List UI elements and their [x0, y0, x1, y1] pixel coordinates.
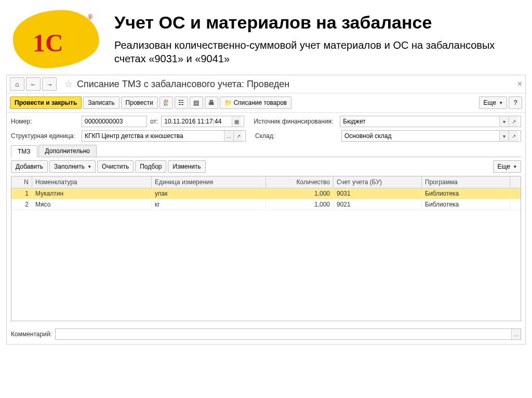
tab-tmz[interactable]: ТМЗ — [11, 145, 37, 157]
struct-label: Структурная единица: — [11, 132, 78, 140]
cell-nom: Мясо — [32, 199, 152, 210]
cell-qty: 1,000 — [266, 188, 334, 199]
main-toolbar: Провести и закрыть Записать Провести ДтК… — [7, 93, 525, 113]
open-icon[interactable]: ↗ — [509, 131, 518, 141]
cell-n: 1 — [11, 188, 32, 199]
date-value: 10.11.2016 11:17:44 — [164, 118, 232, 125]
slide-title: Учет ОС и материалов на забалансе — [114, 13, 516, 32]
pick-button[interactable]: Подбор — [135, 160, 166, 173]
number-label: Номер: — [11, 118, 78, 125]
print-icon[interactable]: 🖶 — [205, 97, 218, 109]
fill-button[interactable]: Заполнить — [49, 160, 96, 173]
logo-1c: 1С ® — [13, 10, 99, 67]
source-field[interactable]: Бюджет ▾ ↗ — [340, 116, 521, 127]
comment-label: Комментарий: — [11, 331, 52, 338]
back-button[interactable]: ← — [26, 77, 41, 91]
home-button[interactable]: ⌂ — [10, 77, 24, 91]
app-window: ⌂ ← → ☆ Списание ТМЗ с забалансового уче… — [6, 75, 526, 345]
cell-acc: 9021 — [334, 199, 422, 210]
add-button[interactable]: Добавить — [11, 160, 48, 173]
number-field[interactable]: 00000000003 — [82, 116, 147, 127]
source-label: Источник финансирования: — [254, 118, 337, 125]
items-grid: N Номенклатура Единица измерения Количес… — [11, 176, 521, 321]
source-value: Бюджет — [343, 118, 499, 125]
favorite-star-icon[interactable]: ☆ — [64, 78, 73, 90]
cell-unit: кг — [152, 199, 266, 210]
from-label: от: — [150, 118, 158, 125]
cell-nom: Мукалтин — [32, 188, 152, 199]
goods-writeoff-button[interactable]: 📁 Списание товаров — [220, 97, 292, 109]
table-row[interactable]: 1 Мукалтин упак 1,000 9031 Библиотека — [11, 188, 521, 199]
slide-subtitle: Реализован количественно-суммовой учет м… — [114, 38, 516, 65]
open-icon[interactable]: ↗ — [509, 116, 518, 127]
warehouse-label: Склад: — [255, 132, 338, 140]
comment-row: Комментарий: ... — [7, 324, 525, 344]
cell-n: 2 — [11, 199, 32, 210]
report-icon[interactable]: ▤ — [190, 97, 203, 109]
open-icon[interactable]: ↗ — [233, 131, 243, 141]
col-account[interactable]: Счет учета (БУ) — [334, 176, 422, 188]
tab-more-button[interactable]: Еще — [493, 160, 521, 173]
more-button[interactable]: Еще — [479, 97, 507, 109]
document-title: Списание ТМЗ с забалансового учета: Пров… — [77, 79, 289, 90]
dropdown-icon[interactable]: ▾ — [499, 116, 509, 127]
col-nomenclature[interactable]: Номенклатура — [32, 176, 152, 188]
date-field[interactable]: 10.11.2016 11:17:44 ▦ — [161, 116, 244, 127]
warehouse-value: Основной склад — [344, 132, 499, 140]
tabs: ТМЗ Дополнительно — [11, 145, 521, 157]
calendar-icon[interactable]: ▦ — [232, 116, 241, 127]
cell-prog: Библиотека — [422, 199, 510, 210]
struct-value: КГКП Центр детства и юношества — [85, 132, 224, 140]
struct-field[interactable]: КГКП Центр детства и юношества ... ↗ — [82, 130, 246, 142]
cell-qty: 1,000 — [266, 199, 334, 210]
cell-acc: 9031 — [334, 188, 422, 199]
grid-header: N Номенклатура Единица измерения Количес… — [11, 176, 521, 188]
number-value: 00000000003 — [85, 118, 144, 125]
form-area: Номер: 00000000003 от: 10.11.2016 11:17:… — [7, 113, 525, 324]
table-row[interactable]: 2 Мясо кг 1,000 9021 Библиотека — [11, 199, 521, 210]
col-unit[interactable]: Единица измерения — [152, 176, 266, 188]
run-button[interactable]: Провести — [121, 97, 158, 109]
col-program[interactable]: Программа — [422, 176, 510, 188]
tab-toolbar: Добавить Заполнить Очистить Подбор Измен… — [11, 157, 521, 176]
ellipsis-icon[interactable]: ... — [511, 329, 521, 339]
run-and-close-button[interactable]: Провести и закрыть — [10, 97, 82, 109]
close-icon[interactable]: × — [517, 79, 522, 89]
dropdown-icon[interactable]: ▾ — [499, 131, 509, 141]
comment-field[interactable]: ... — [55, 328, 521, 340]
goods-writeoff-label: Списание товаров — [234, 99, 287, 106]
structure-icon[interactable]: ☷ — [175, 97, 188, 109]
logo-text: 1С — [33, 29, 63, 57]
dtkt-icon[interactable]: ДтКт — [159, 97, 173, 109]
cell-unit: упак — [152, 188, 266, 199]
ellipsis-icon[interactable]: ... — [224, 131, 233, 141]
warehouse-field[interactable]: Основной склад ▾ ↗ — [341, 130, 521, 142]
folder-icon: 📁 — [224, 99, 232, 106]
save-button[interactable]: Записать — [83, 97, 119, 109]
col-n[interactable]: N — [11, 176, 32, 188]
col-quantity[interactable]: Количество — [266, 176, 334, 188]
cell-prog: Библиотека — [422, 188, 510, 199]
clear-button[interactable]: Очистить — [97, 160, 134, 173]
change-button[interactable]: Изменить — [168, 160, 205, 173]
help-button[interactable]: ? — [509, 97, 522, 109]
tab-extra[interactable]: Дополнительно — [38, 145, 97, 157]
forward-button[interactable]: → — [42, 77, 57, 91]
logo-reg: ® — [88, 13, 92, 21]
nav-bar: ⌂ ← → ☆ Списание ТМЗ с забалансового уче… — [7, 75, 525, 93]
